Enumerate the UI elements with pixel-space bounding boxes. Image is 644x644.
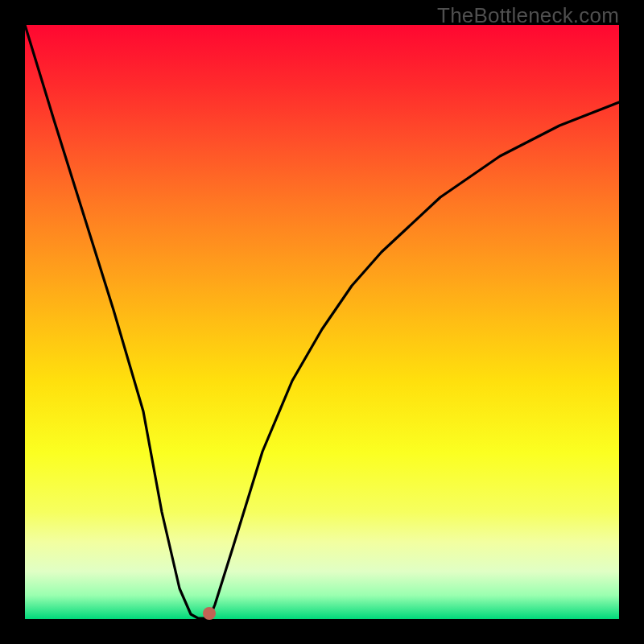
chart-frame: TheBottleneck.com	[0, 0, 644, 644]
optimal-point-marker	[203, 607, 216, 620]
watermark: TheBottleneck.com	[437, 3, 619, 28]
bottleneck-curve	[25, 25, 619, 619]
curve-path	[25, 25, 619, 618]
